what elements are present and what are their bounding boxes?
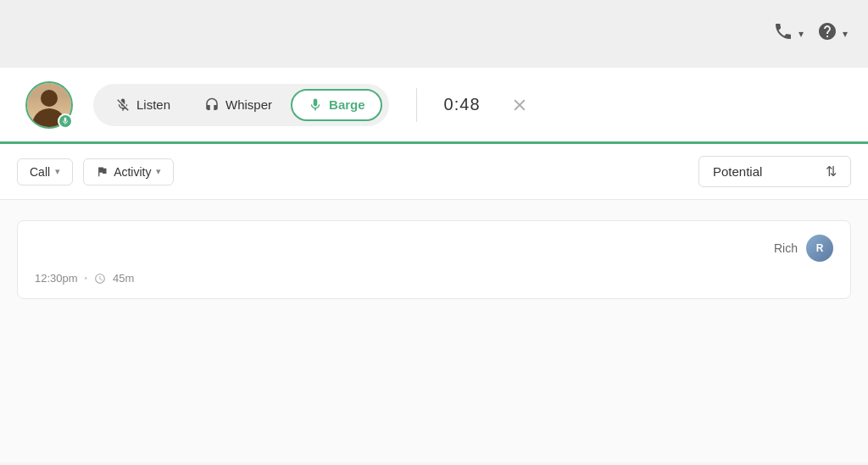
activity-chevron-icon: ▾ [156,166,161,177]
message-time: 12:30pm [35,272,78,285]
caller-avatar [25,81,73,129]
call-separator [416,88,417,122]
clock-icon [94,273,106,285]
dot-separator: • [85,274,88,283]
call-label: Call [30,165,50,179]
toolbar-row: Call ▾ Activity ▾ Potential ⇅ [0,144,868,200]
call-controls: Listen Whisper Barge [93,84,389,126]
listen-button[interactable]: Listen [100,91,186,119]
call-button[interactable]: Call ▾ [17,158,73,185]
listen-label: Listen [136,97,170,112]
barge-button[interactable]: Barge [291,89,382,121]
call-chevron-icon: ▾ [55,166,60,177]
message-card: Rich R 12:30pm • 45m [17,220,851,299]
main-content: Call ▾ Activity ▾ Potential ⇅ Rich R 12:… [0,144,868,462]
close-button[interactable] [507,92,532,118]
headphones-icon [204,97,220,113]
activity-area: Rich R 12:30pm • 45m [0,200,868,462]
activity-button[interactable]: Activity ▾ [83,158,174,185]
help-control[interactable]: ▾ [817,21,848,47]
top-bar: ▾ ▾ [0,0,868,68]
phone-control[interactable]: ▾ [773,21,804,47]
message-header: Rich R [35,235,833,262]
message-footer: 12:30pm • 45m [35,272,833,285]
help-chevron-icon: ▾ [843,28,848,40]
call-timer: 0:48 [444,95,487,114]
phone-icon [773,21,793,47]
whisper-label: Whisper [225,97,272,112]
help-icon [817,21,837,47]
potential-label: Potential [713,164,762,179]
barge-label: Barge [329,97,365,112]
whisper-button[interactable]: Whisper [189,91,287,119]
message-avatar-thumbnail: R [806,235,833,262]
flag-icon [96,165,108,178]
message-author: Rich [774,241,798,255]
activity-label: Activity [114,165,151,179]
mic-badge [58,113,73,129]
call-bar: Listen Whisper Barge 0:48 [0,68,868,144]
potential-select[interactable]: Potential ⇅ [698,156,851,187]
mic-off-icon [115,97,131,113]
phone-chevron-icon: ▾ [798,28,804,40]
message-duration: 45m [113,272,134,285]
barge-mic-icon [308,97,323,113]
potential-arrows-icon: ⇅ [826,163,837,180]
